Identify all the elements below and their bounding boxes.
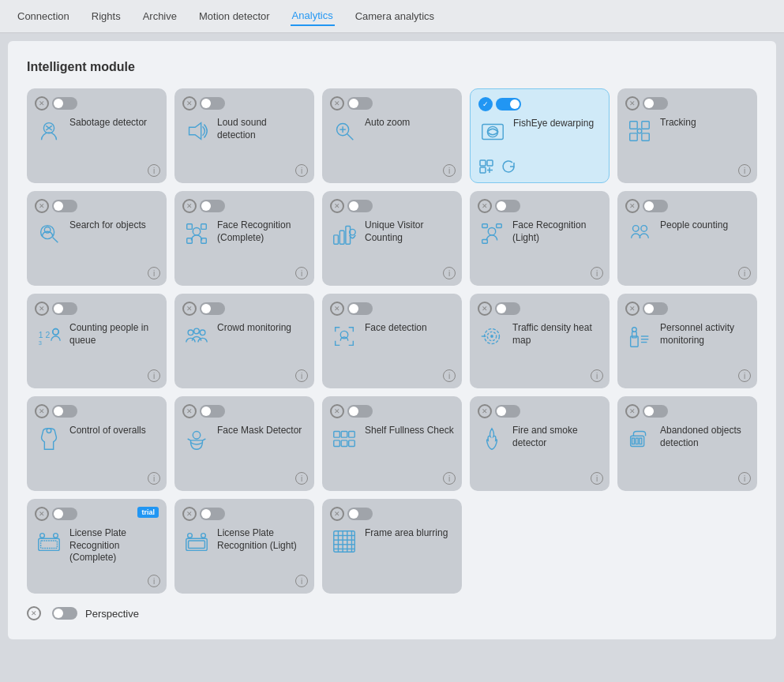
info-personnel-activity[interactable]: i <box>738 369 751 382</box>
info-tracking[interactable]: i <box>738 164 751 177</box>
toggle-fire-smoke[interactable] <box>495 405 520 418</box>
toggle-unique-visitor[interactable] <box>347 200 373 212</box>
nav-archive[interactable]: Archive <box>141 7 178 25</box>
toggle-auto-zoom[interactable] <box>347 97 373 110</box>
toggle-lpr-light[interactable] <box>200 508 225 520</box>
toggle-x-search-objects[interactable]: ✕ <box>35 199 49 213</box>
toggle-frc[interactable] <box>200 200 225 212</box>
toggle-fisheye[interactable] <box>496 98 521 111</box>
module-lpr-light: ✕ License Plate Recognition (Light) i <box>174 499 314 594</box>
info-sabotage[interactable]: i <box>148 164 160 177</box>
svg-rect-63 <box>632 438 635 444</box>
toggle-x-lpr-light[interactable]: ✕ <box>182 507 197 521</box>
toggle-x-sabotage[interactable]: ✕ <box>35 96 49 111</box>
toggle-x-face-detection[interactable]: ✕ <box>330 302 344 316</box>
module-label-loud-sound: Loud sound detection <box>217 117 306 141</box>
toggle-x-tracking[interactable]: ✕ <box>625 96 640 111</box>
module-sabotage: ✕ Sabotage detector i <box>27 88 167 183</box>
toggle-shelf-fullness[interactable] <box>347 405 373 418</box>
toggle-lpr-complete[interactable] <box>52 508 77 520</box>
info-crowd-monitoring[interactable]: i <box>295 369 308 382</box>
toggle-x-frame-blurring[interactable]: ✕ <box>330 507 344 521</box>
counting-queue-icon: 1 23 <box>35 322 63 350</box>
info-loud-sound[interactable]: i <box>295 164 308 177</box>
traffic-density-icon <box>478 322 506 350</box>
toggle-face-mask[interactable] <box>200 405 225 418</box>
fisheye-refresh-icon[interactable] <box>501 159 516 174</box>
module-traffic-density: ✕ Traffic density heat map i <box>470 294 610 388</box>
toggle-x-shelf-fullness[interactable]: ✕ <box>330 404 344 418</box>
toggle-x-lpr-complete[interactable]: ✕ <box>35 507 49 521</box>
info-search-objects[interactable]: i <box>148 267 160 279</box>
svg-point-68 <box>40 534 45 538</box>
module-label-face-mask: Face Mask Detector <box>217 425 306 437</box>
toggle-x-counting-queue[interactable]: ✕ <box>35 302 49 316</box>
toggle-x-fisheye[interactable]: ✓ <box>478 97 493 111</box>
toggle-x-unique-visitor[interactable]: ✕ <box>330 199 344 213</box>
nav-rights[interactable]: Rights <box>90 7 122 25</box>
toggle-search-objects[interactable] <box>52 200 77 212</box>
toggle-x-face-mask[interactable]: ✕ <box>182 404 197 418</box>
toggle-people-counting[interactable] <box>643 200 668 212</box>
auto-zoom-icon <box>330 117 358 145</box>
info-face-detection[interactable]: i <box>443 369 456 382</box>
toggle-frame-blurring[interactable] <box>347 508 373 520</box>
toggle-perspective[interactable] <box>52 607 77 620</box>
module-label-people-counting: People counting <box>660 219 749 232</box>
module-label-unique-visitor: Unique Visitor Counting <box>365 219 454 244</box>
svg-point-35 <box>641 226 647 232</box>
toggle-x-traffic-density[interactable]: ✕ <box>478 302 492 316</box>
main-content: Intelligent module ✕ Sabotage detector i… <box>8 41 776 639</box>
tracking-icon <box>625 117 654 145</box>
toggle-x-fire-smoke[interactable]: ✕ <box>478 404 492 418</box>
info-auto-zoom[interactable]: i <box>443 164 456 177</box>
info-lpr-light[interactable]: i <box>295 575 308 587</box>
nav-motion-detector[interactable]: Motion detector <box>197 7 272 25</box>
info-traffic-density[interactable]: i <box>591 369 603 382</box>
toggle-control-overalls[interactable] <box>52 405 77 418</box>
toggle-tracking[interactable] <box>643 97 668 110</box>
module-label-abandoned-objects: Abandoned objects detection <box>660 425 749 449</box>
toggle-sabotage[interactable] <box>52 97 77 110</box>
toggle-x-perspective[interactable]: ✕ <box>27 606 41 620</box>
info-abandoned-objects[interactable]: i <box>738 472 751 485</box>
toggle-counting-queue[interactable] <box>52 302 77 315</box>
toggle-traffic-density[interactable] <box>495 302 520 315</box>
module-lpr-complete: ✕ trial License Plate Recognition (Compl… <box>27 499 167 594</box>
toggle-x-auto-zoom[interactable]: ✕ <box>330 96 344 111</box>
nav-analytics[interactable]: Analytics <box>291 6 335 26</box>
toggle-crowd-monitoring[interactable] <box>200 302 225 315</box>
shelf-fullness-icon <box>330 425 358 453</box>
nav-camera-analytics[interactable]: Camera analytics <box>354 7 436 25</box>
info-frc[interactable]: i <box>295 267 308 279</box>
face-mask-icon <box>182 425 211 453</box>
info-lpr-complete[interactable]: i <box>148 575 160 587</box>
toggle-x-control-overalls[interactable]: ✕ <box>35 404 49 418</box>
info-fire-smoke[interactable]: i <box>591 472 603 485</box>
info-counting-queue[interactable]: i <box>148 369 160 382</box>
toggle-personnel-activity[interactable] <box>643 302 668 315</box>
info-frl[interactable]: i <box>591 267 603 279</box>
toggle-x-crowd-monitoring[interactable]: ✕ <box>182 302 197 316</box>
nav-connection[interactable]: Connection <box>16 7 71 25</box>
info-shelf-fullness[interactable]: i <box>443 472 456 485</box>
toggle-x-loud-sound[interactable]: ✕ <box>182 96 197 111</box>
toggle-loud-sound[interactable] <box>200 97 225 110</box>
fisheye-settings-icon[interactable] <box>478 159 494 174</box>
toggle-x-personnel-activity[interactable]: ✕ <box>625 302 640 316</box>
svg-point-72 <box>188 534 193 538</box>
toggle-x-abandoned-objects[interactable]: ✕ <box>625 404 640 418</box>
toggle-x-frl[interactable]: ✕ <box>478 199 492 213</box>
info-control-overalls[interactable]: i <box>148 472 160 485</box>
toggle-x-people-counting[interactable]: ✕ <box>625 199 640 213</box>
info-people-counting[interactable]: i <box>738 267 751 279</box>
info-face-mask[interactable]: i <box>295 472 308 485</box>
toggle-face-detection[interactable] <box>347 302 373 315</box>
info-unique-visitor[interactable]: i <box>443 267 456 279</box>
toggle-abandoned-objects[interactable] <box>643 405 668 418</box>
lpr-light-icon <box>182 527 211 556</box>
toggle-frl[interactable] <box>495 200 520 212</box>
svg-rect-59 <box>334 440 340 447</box>
toggle-x-frc[interactable]: ✕ <box>182 199 197 213</box>
module-label-lpr-light: License Plate Recognition (Light) <box>217 527 306 552</box>
